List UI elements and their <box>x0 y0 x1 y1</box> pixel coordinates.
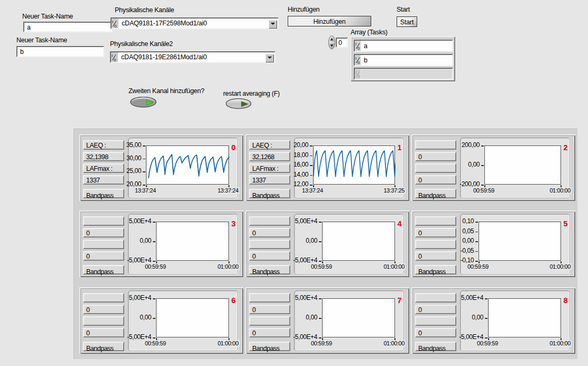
svg-text:I: I <box>112 20 113 24</box>
svg-text:I: I <box>355 56 356 61</box>
svg-text:0: 0 <box>114 58 116 62</box>
svg-text:0: 0 <box>357 74 360 78</box>
svg-text:0: 0 <box>357 46 360 50</box>
svg-text:0: 0 <box>114 24 117 28</box>
svg-text:I: I <box>355 42 356 47</box>
svg-text:I: I <box>112 53 113 58</box>
svg-text:I: I <box>355 70 356 75</box>
svg-text:0: 0 <box>357 60 360 64</box>
